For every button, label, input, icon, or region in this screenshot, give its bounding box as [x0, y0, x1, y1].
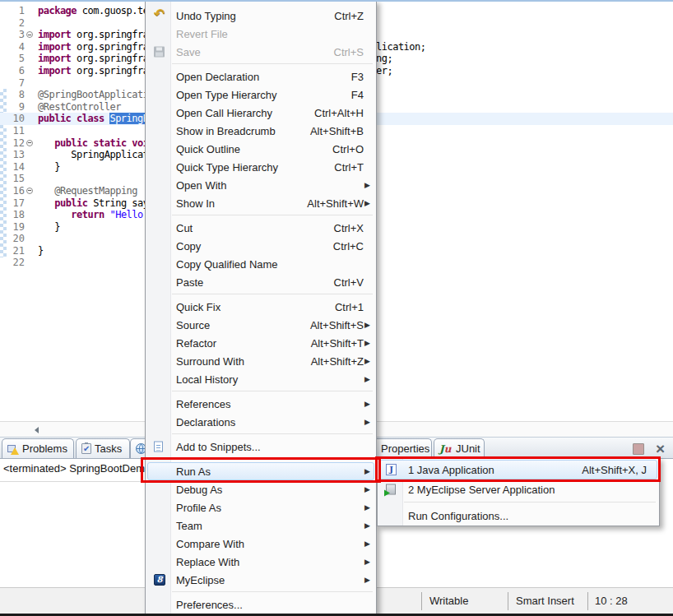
menu-item-team[interactable]: Team▶: [147, 516, 374, 535]
menu-item-shortcut: Alt+Shift+B: [310, 125, 364, 137]
editor-context-menu: Undo TypingCtrl+ZRevert FileSaveCtrl+SOp…: [145, 0, 377, 614]
menu-item-open-type-hierarchy[interactable]: Open Type HierarchyF4: [147, 86, 374, 104]
menu-item-show-in-breadcrumb[interactable]: Show in BreadcrumbAlt+Shift+B: [147, 122, 374, 140]
menu-item-label: Copy: [176, 240, 201, 252]
submenu-arrow-icon: ▶: [364, 521, 370, 530]
line-number: 22: [5, 257, 25, 269]
save-icon: [154, 47, 165, 58]
myeclipse-icon: [154, 574, 165, 586]
fold-collapse-icon[interactable]: [26, 31, 33, 38]
tab-junit[interactable]: JUnit: [434, 438, 485, 458]
menu-item-label: Paste: [176, 276, 203, 289]
line-number: 1: [5, 5, 25, 17]
menu-item-label: Open With: [176, 179, 226, 192]
menu-item-quick-outline[interactable]: Quick OutlineCtrl+O: [147, 140, 374, 158]
menu-item-undo-typing[interactable]: Undo TypingCtrl+Z: [147, 7, 374, 25]
menu-item-label: Open Declaration: [176, 71, 259, 83]
window-frame-line: [0, 0, 673, 2]
line-number: 4: [5, 41, 25, 53]
menu-item-surround-with[interactable]: Surround WithAlt+Shift+Z▶: [147, 352, 374, 370]
line-number: 12: [5, 137, 25, 150]
menu-item-replace-with[interactable]: Replace With▶: [147, 553, 374, 571]
menu-item-profile-as[interactable]: Profile As▶: [147, 498, 374, 516]
status-insert-mode: Smart Insert: [516, 588, 574, 614]
tasks-icon: [81, 443, 91, 454]
menu-item-copy[interactable]: CopyCtrl+C: [147, 237, 374, 255]
tab-problems[interactable]: Problems: [2, 438, 74, 458]
menu-item-shortcut: F4: [351, 89, 364, 101]
line-number: 15: [5, 173, 25, 185]
menu-item-copy-qualified-name[interactable]: Copy Qualified Name: [147, 255, 374, 273]
menu-item-preferences[interactable]: Preferences...: [147, 595, 374, 614]
status-separator: [421, 592, 422, 610]
menu-item-cut[interactable]: CutCtrl+X: [147, 219, 374, 237]
menu-item-references[interactable]: References▶: [147, 395, 374, 413]
menu-item-2-myeclipse-server-application[interactable]: 2 MyEclipse Server Application: [379, 479, 657, 499]
red-highlight-box-run-as: [141, 457, 381, 483]
menu-item-quick-type-hierarchy[interactable]: Quick Type HierarchyCtrl+T: [147, 158, 374, 176]
status-writable: Writable: [429, 588, 468, 614]
menu-item-label: Profile As: [176, 502, 221, 514]
fold-collapse-icon[interactable]: [26, 188, 33, 194]
console-toolbar: ×: [633, 440, 665, 458]
menu-item-label: Revert File: [176, 28, 228, 40]
red-highlight-box-java-application: [375, 456, 661, 482]
menu-item-source[interactable]: SourceAlt+Shift+S▶: [147, 316, 374, 334]
code-text: @SpringBootApplication: [38, 89, 160, 101]
close-icon[interactable]: ×: [656, 444, 665, 454]
menu-item-label: Show in Breadcrumb: [176, 125, 276, 137]
line-number: 7: [5, 77, 25, 90]
submenu-arrow-icon: ▶: [364, 199, 370, 207]
menu-item-shortcut: Alt+Shift+W: [307, 197, 364, 210]
console-title-underline: [0, 481, 145, 482]
line-number: 2: [5, 17, 25, 30]
menu-item-label: Save: [176, 46, 201, 58]
problems-icon: [7, 443, 19, 455]
menu-item-open-declaration[interactable]: Open DeclarationF3: [147, 67, 374, 86]
menu-item-label: Quick Outline: [176, 143, 240, 155]
line-number: 20: [5, 233, 25, 245]
menu-item-revert-file[interactable]: Revert File: [147, 25, 374, 43]
menu-item-shortcut: Ctrl+T: [334, 161, 364, 174]
line-number: 17: [5, 197, 25, 210]
menu-item-add-to-snippets[interactable]: Add to Snippets...: [147, 438, 374, 456]
menu-item-open-with[interactable]: Open With▶: [147, 176, 374, 194]
line-number: 19: [5, 221, 25, 234]
undo-icon: [154, 8, 169, 23]
menu-item-myeclipse[interactable]: MyEclipse▶: [147, 571, 374, 589]
fold-collapse-icon[interactable]: [26, 140, 33, 146]
menu-item-declarations[interactable]: Declarations▶: [147, 413, 374, 431]
menu-item-save[interactable]: SaveCtrl+S: [147, 43, 374, 61]
line-number: 6: [5, 65, 25, 77]
tab-label: Properties: [381, 442, 429, 455]
menu-item-shortcut: Alt+Shift+Z: [311, 355, 364, 368]
submenu-arrow-icon: ▶: [364, 181, 370, 189]
menu-item-open-call-hierarchy[interactable]: Open Call HierarchyCtrl+Alt+H: [147, 104, 374, 122]
terminate-button[interactable]: [633, 443, 644, 455]
code-text-fragment: ng;: [376, 53, 392, 64]
menu-item-refactor[interactable]: RefactorAlt+Shift+T▶: [147, 334, 374, 352]
menu-item-run-configurations[interactable]: Run Configurations...: [379, 506, 657, 526]
menu-item-label: Preferences...: [176, 599, 243, 611]
submenu-arrow-icon: ▶: [364, 339, 370, 347]
menu-item-local-history[interactable]: Local History▶: [147, 370, 374, 388]
menu-item-quick-fix[interactable]: Quick FixCtrl+1: [147, 298, 374, 316]
code-text: @RestController: [38, 101, 121, 113]
menu-item-shortcut: Ctrl+Z: [334, 10, 364, 22]
scroll-left-arrow-icon[interactable]: [35, 427, 39, 433]
menu-item-label: Source: [176, 319, 210, 331]
submenu-arrow-icon: ▶: [364, 400, 370, 408]
menu-item-compare-with[interactable]: Compare With▶: [147, 535, 374, 553]
menu-item-label: Open Call Hierarchy: [176, 107, 272, 119]
line-number: 13: [5, 149, 25, 161]
menu-item-label: Cut: [176, 222, 193, 234]
menu-item-paste[interactable]: PasteCtrl+V: [147, 273, 374, 291]
tab-tasks[interactable]: Tasks: [76, 438, 130, 458]
menu-item-shortcut: Alt+Shift+T: [311, 337, 364, 350]
menu-item-debug-as[interactable]: Debug As▶: [147, 480, 374, 498]
menu-item-show-in[interactable]: Show InAlt+Shift+W▶: [147, 194, 374, 212]
line-number: 3: [5, 29, 25, 41]
menu-separator: [147, 388, 374, 395]
menu-item-label: Open Type Hierarchy: [176, 89, 277, 101]
status-cursor-position: 10 : 28: [595, 588, 628, 614]
